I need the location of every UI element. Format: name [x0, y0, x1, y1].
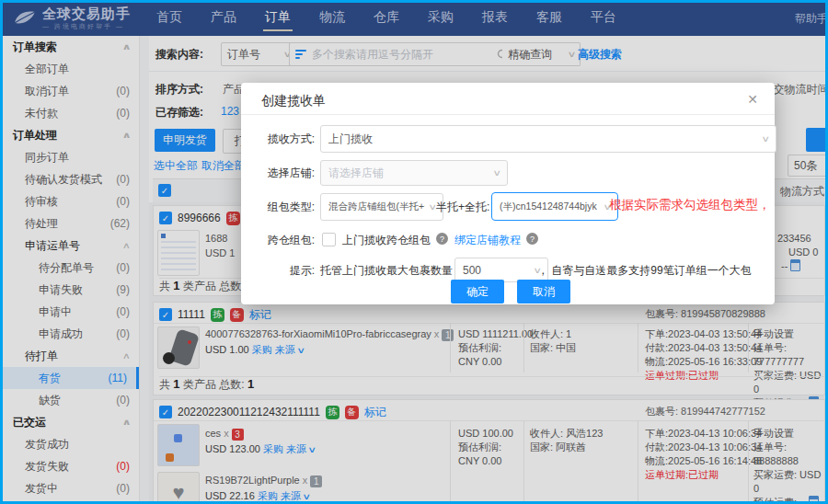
pickup-method-select[interactable]: 上门揽收∨: [320, 125, 776, 153]
chevron-down-icon: ∨: [756, 134, 771, 143]
divider: [241, 114, 775, 115]
shop-select[interactable]: 请选择店铺∨: [320, 160, 508, 186]
modal-title: 创建揽收单: [261, 93, 326, 109]
pack-type-label: 组包类型:: [245, 200, 315, 215]
cancel-button[interactable]: 取消: [517, 280, 570, 304]
pack-type-select[interactable]: 混合跨店铺组包(半托+全∨: [320, 193, 443, 221]
app-window: 全球交易助手 — 跨境电商好帮手 — 首页 产品 订单 物流 仓库 采购 报表 …: [0, 0, 828, 504]
semi-full-label: 半托+全托:: [436, 200, 489, 215]
create-pickup-modal: 创建揽收单 ✕ 揽收方式: 上门揽收∨ 选择店铺: 请选择店铺∨ 组包类型: 混…: [241, 83, 775, 304]
chevron-down-icon: ∨: [488, 168, 502, 178]
shop-select-label: 选择店铺:: [245, 166, 315, 181]
cross-warehouse-label: 跨仓组包:: [245, 233, 315, 248]
tip-suffix: ， 自寄与自送最多支持99笔订单组一个大包: [537, 263, 752, 279]
confirm-button[interactable]: 确定: [451, 280, 504, 304]
tip-text: 托管上门揽收最大包裹数量: [320, 263, 453, 279]
help-icon[interactable]: ?: [526, 233, 538, 245]
max-parcel-select[interactable]: 500∨: [454, 258, 548, 282]
close-icon[interactable]: ✕: [747, 92, 758, 107]
semi-full-select[interactable]: (半)cn1541248744bjyk∨: [491, 192, 618, 221]
bind-shop-tutorial-link[interactable]: 绑定店铺教程: [454, 233, 521, 248]
help-icon[interactable]: ?: [436, 233, 448, 245]
cross-warehouse-checkbox[interactable]: [322, 233, 336, 246]
tip-label: 提示:: [245, 263, 315, 279]
red-annotation: 根据实际需求勾选组包类型，: [609, 197, 771, 213]
pickup-method-label: 揽收方式:: [245, 132, 315, 147]
cross-warehouse-text: 上门揽收跨仓组包: [342, 233, 431, 248]
